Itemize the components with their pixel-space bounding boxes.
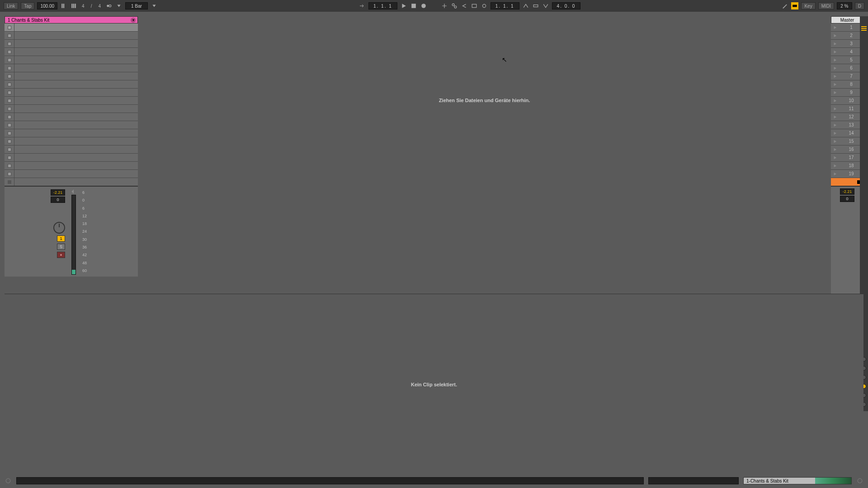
play-icon[interactable]	[400, 2, 407, 9]
device-chip[interactable]: 1-Chants & Stabs Kit	[743, 477, 852, 484]
clip-stop-button[interactable]	[5, 56, 14, 64]
master-pan-value[interactable]: 0	[840, 196, 854, 202]
track-activator-button[interactable]: 1	[57, 235, 65, 242]
clip-slot[interactable]	[5, 40, 138, 48]
clip-stop-button[interactable]	[5, 170, 14, 178]
nudge-up-icon[interactable]	[70, 2, 77, 9]
track-fold-icon[interactable]: ▾	[131, 18, 136, 23]
clip-slot[interactable]	[5, 80, 138, 89]
tempo-field[interactable]: 100.00	[37, 2, 57, 9]
punch-out-icon[interactable]	[542, 2, 549, 9]
clip-slot[interactable]	[5, 145, 138, 154]
clip-slot[interactable]	[5, 154, 138, 162]
nudge-down-icon[interactable]	[60, 2, 67, 9]
clip-stop-button[interactable]	[5, 97, 14, 104]
track-arm-button[interactable]: ●	[57, 252, 65, 258]
scene-play-icon[interactable]	[831, 107, 839, 111]
scene-launch-row[interactable]: 7	[831, 72, 863, 80]
scene-launch-row[interactable]: 4	[831, 48, 863, 56]
scene-play-icon[interactable]	[831, 83, 839, 86]
clip-slot[interactable]	[5, 105, 138, 113]
scene-launch-row[interactable]: 18	[831, 162, 863, 170]
punch-in-icon[interactable]	[522, 2, 529, 9]
clip-stop-button[interactable]	[5, 72, 14, 80]
clip-stop-button[interactable]	[5, 129, 14, 137]
track-solo-button[interactable]: S	[57, 244, 65, 250]
record-icon[interactable]	[420, 2, 427, 9]
track-volume-value[interactable]: -2.21	[51, 189, 65, 196]
clip-stop-button[interactable]	[5, 154, 14, 161]
io-section-toggle-icon[interactable]	[861, 25, 867, 31]
status-info-icon[interactable]	[5, 477, 12, 484]
track-title[interactable]: 1 Chants & Stabs Kit ▾	[5, 16, 138, 23]
clip-stop-button[interactable]	[5, 121, 14, 129]
overdub-icon[interactable]	[441, 2, 448, 9]
clip-stop-button[interactable]	[5, 89, 14, 96]
scene-launch-row[interactable]: 5	[831, 56, 863, 64]
clip-slot[interactable]	[5, 121, 138, 129]
clip-slot[interactable]	[5, 56, 138, 64]
scene-launch-row[interactable]: 13	[831, 121, 863, 129]
clip-stop-button[interactable]	[5, 137, 14, 145]
metronome-icon[interactable]	[105, 2, 113, 9]
clip-stop-button[interactable]	[5, 32, 14, 39]
scene-launch-row[interactable]: 10	[831, 97, 863, 105]
scene-play-icon[interactable]	[831, 172, 839, 176]
scene-launch-row[interactable]: 9	[831, 89, 863, 97]
clip-slot[interactable]	[5, 64, 138, 72]
stop-icon[interactable]	[410, 2, 417, 9]
scene-play-icon[interactable]	[831, 156, 839, 160]
scene-play-icon[interactable]	[831, 91, 839, 94]
clip-stop-button[interactable]	[5, 162, 14, 169]
computer-keyboard-icon[interactable]	[791, 2, 798, 9]
scene-launch-row[interactable]: 12	[831, 113, 863, 121]
clip-slot[interactable]	[5, 89, 138, 97]
track-pan-knob[interactable]	[53, 222, 65, 234]
scene-launch-row[interactable]: 6	[831, 64, 863, 72]
scene-launch-row[interactable]: 3	[831, 40, 863, 48]
automation-arm-icon[interactable]	[451, 2, 458, 9]
clip-slot[interactable]	[5, 97, 138, 105]
scene-play-icon[interactable]	[831, 58, 839, 62]
clip-slot[interactable]	[5, 23, 138, 32]
reenable-automation-icon[interactable]	[461, 2, 468, 9]
clip-stop-button[interactable]	[5, 64, 14, 72]
clip-stop-button[interactable]	[5, 40, 14, 47]
scene-launch-row[interactable]: 17	[831, 154, 863, 162]
link-button[interactable]: Link	[4, 2, 18, 9]
scene-launch-row[interactable]: 8	[831, 80, 863, 89]
scene-launch-row[interactable]: 2	[831, 32, 863, 40]
clip-stop-button[interactable]	[5, 105, 14, 113]
metronome-bar-field[interactable]: 1 Bar	[125, 2, 148, 9]
loop-start-field[interactable]: 1. 1. 1	[491, 2, 519, 9]
clip-slot[interactable]	[5, 113, 138, 121]
track-pan-value[interactable]: 0	[51, 197, 65, 203]
scene-launch-row[interactable]: 15	[831, 137, 863, 145]
track-stop-button[interactable]	[5, 178, 14, 186]
clip-slot[interactable]	[5, 72, 138, 80]
time-sig-den[interactable]: 4	[96, 4, 103, 9]
scene-play-icon[interactable]	[831, 164, 839, 168]
scene-play-icon[interactable]	[831, 66, 839, 70]
draw-mode-icon[interactable]	[781, 2, 788, 9]
clip-stop-button[interactable]	[5, 48, 14, 56]
scene-play-icon[interactable]	[831, 140, 839, 143]
master-volume-value[interactable]: -2.21	[840, 188, 854, 195]
scene-launch-row[interactable]: 19	[831, 170, 863, 178]
scene-play-icon[interactable]	[831, 123, 839, 127]
clip-slot[interactable]	[5, 162, 138, 170]
loop-icon[interactable]	[481, 2, 488, 9]
scene-play-icon[interactable]	[831, 115, 839, 119]
bar-dropdown-icon[interactable]	[151, 2, 158, 9]
tap-button[interactable]: Tap	[21, 2, 34, 9]
metronome-dropdown-icon[interactable]	[115, 2, 123, 9]
status-right-icon[interactable]	[856, 477, 863, 484]
scene-launch-row[interactable]: 14	[831, 129, 863, 137]
scene-play-icon[interactable]	[831, 148, 839, 151]
midi-map-button[interactable]: MIDI	[818, 2, 834, 9]
time-sig-num[interactable]: 4	[80, 4, 86, 9]
clip-slot[interactable]	[5, 129, 138, 137]
master-title[interactable]: Master	[831, 16, 863, 23]
clip-slot[interactable]	[5, 137, 138, 145]
overload-indicator[interactable]: D	[855, 2, 864, 9]
